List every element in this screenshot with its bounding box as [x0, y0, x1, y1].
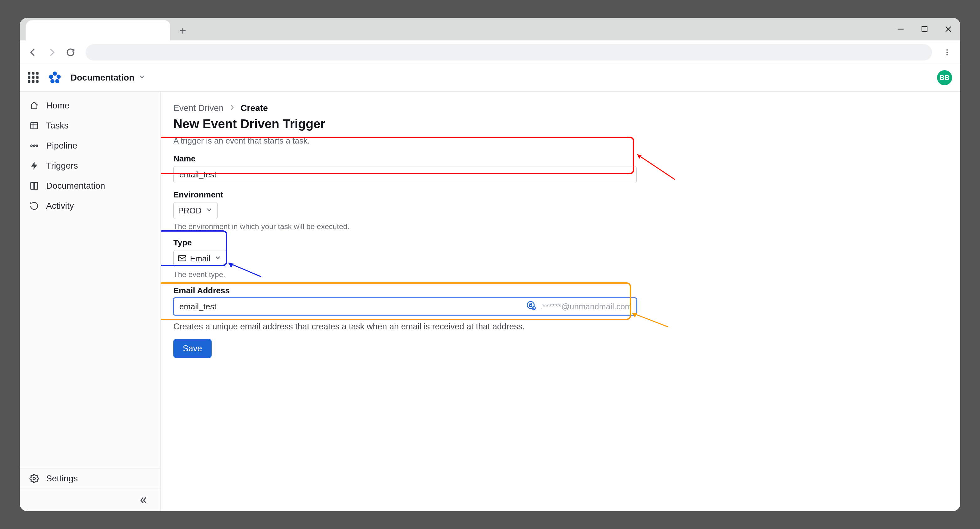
- activity-icon: [29, 201, 39, 211]
- page-subtitle: A trigger is an event that starts a task…: [173, 136, 948, 146]
- sidebar-item-label: Home: [46, 101, 70, 111]
- chevron-down-icon: [138, 73, 146, 83]
- avatar[interactable]: BB: [937, 70, 952, 85]
- type-value: Email: [190, 254, 210, 264]
- arrow-right-icon: [47, 47, 57, 57]
- arrow-left-icon: [28, 47, 38, 57]
- svg-point-9: [57, 75, 61, 79]
- save-button[interactable]: Save: [173, 339, 212, 358]
- email-suffix: .******@unmandmail.com: [527, 301, 632, 313]
- reload-button[interactable]: [64, 45, 78, 59]
- browser-menu-button[interactable]: [940, 45, 954, 59]
- sidebar-item-label: Documentation: [46, 181, 105, 191]
- minimize-icon: [896, 25, 905, 33]
- svg-point-8: [49, 75, 53, 79]
- browser-toolbar: [20, 40, 960, 64]
- triggers-icon: [29, 161, 39, 171]
- sidebar-item-label: Triggers: [46, 161, 78, 171]
- project-picker[interactable]: Documentation: [70, 73, 146, 83]
- svg-point-4: [947, 49, 948, 51]
- maximize-icon: [920, 25, 929, 33]
- window-minimize-button[interactable]: [895, 24, 906, 35]
- book-icon: [29, 181, 39, 191]
- chevron-double-left-icon: [139, 496, 148, 505]
- email-input-wrapper: .******@unmandmail.com: [173, 298, 637, 315]
- name-label: Name: [173, 154, 948, 164]
- lock-badge-icon: [527, 301, 536, 313]
- type-select[interactable]: Email: [173, 250, 226, 267]
- svg-point-7: [52, 71, 57, 76]
- environment-label: Environment: [173, 190, 948, 200]
- close-icon: [944, 25, 953, 33]
- chevron-right-icon: [229, 103, 235, 113]
- sidebar-bottom: Settings: [20, 468, 160, 511]
- new-tab-button[interactable]: ＋: [177, 24, 189, 37]
- svg-rect-24: [530, 305, 532, 307]
- apps-grid-button[interactable]: [28, 72, 39, 83]
- breadcrumb: Event Driven Create: [173, 103, 948, 113]
- environment-select[interactable]: PROD: [173, 202, 218, 219]
- email-domain-suffix: .******@unmandmail.com: [540, 302, 632, 311]
- form-description: Creates a unique email address that crea…: [173, 322, 948, 332]
- page-title: New Event Driven Trigger: [173, 117, 948, 131]
- svg-marker-20: [31, 162, 37, 170]
- svg-point-6: [947, 54, 948, 55]
- kebab-icon: [943, 48, 951, 56]
- svg-rect-12: [31, 122, 38, 129]
- sidebar-item-documentation[interactable]: Documentation: [20, 176, 160, 196]
- main-content: Event Driven Create New Event Driven Tri…: [161, 92, 960, 511]
- breadcrumb-current: Create: [240, 103, 268, 113]
- home-icon: [29, 101, 39, 111]
- form-group-name: Name: [173, 154, 948, 183]
- environment-value: PROD: [178, 206, 202, 216]
- chevron-down-icon: [205, 206, 213, 216]
- sidebar-item-tasks[interactable]: Tasks: [20, 116, 160, 136]
- reload-icon: [65, 47, 76, 57]
- pipeline-icon: [29, 141, 39, 151]
- svg-rect-1: [922, 27, 927, 32]
- browser-tab[interactable]: [26, 21, 170, 40]
- name-input[interactable]: [173, 166, 637, 183]
- sidebar-item-activity[interactable]: Activity: [20, 196, 160, 216]
- sidebar-item-pipeline[interactable]: Pipeline: [20, 136, 160, 156]
- window-close-button[interactable]: [943, 24, 954, 35]
- form-group-type: Type Email The event type.: [173, 238, 948, 279]
- sidebar-item-label: Tasks: [46, 121, 68, 131]
- form-group-environment: Environment PROD The environment in whic…: [173, 190, 948, 231]
- sidebar: Home Tasks Pipeline Triggers Documentati…: [20, 92, 161, 511]
- svg-point-17: [36, 145, 38, 147]
- form-group-email: Email Address .******@unmandmail.com: [173, 286, 948, 315]
- svg-rect-22: [178, 256, 186, 261]
- back-button[interactable]: [26, 45, 40, 59]
- svg-point-11: [55, 79, 59, 83]
- breadcrumb-parent[interactable]: Event Driven: [173, 103, 224, 113]
- sidebar-item-settings[interactable]: Settings: [20, 468, 160, 489]
- plus-icon: ＋: [177, 23, 188, 38]
- address-bar[interactable]: [86, 44, 932, 60]
- app-header: Documentation BB: [20, 64, 960, 92]
- environment-helper: The environment in which your task will …: [173, 222, 948, 231]
- app-logo[interactable]: [48, 71, 62, 84]
- window-maximize-button[interactable]: [919, 24, 930, 35]
- tasks-icon: [29, 121, 39, 131]
- avatar-initials: BB: [940, 74, 950, 82]
- svg-point-16: [33, 145, 35, 147]
- svg-point-10: [51, 79, 54, 83]
- project-name: Documentation: [70, 73, 135, 83]
- svg-point-21: [33, 477, 35, 480]
- window-controls: [895, 18, 954, 40]
- forward-button[interactable]: [45, 45, 59, 59]
- logo-icon: [48, 71, 62, 84]
- svg-point-5: [947, 51, 948, 52]
- sidebar-item-home[interactable]: Home: [20, 95, 160, 116]
- chevron-down-icon: [214, 254, 222, 264]
- svg-point-15: [31, 145, 32, 147]
- browser-window: ＋: [20, 18, 960, 511]
- sidebar-item-triggers[interactable]: Triggers: [20, 156, 160, 176]
- app-body: Home Tasks Pipeline Triggers Documentati…: [20, 92, 960, 511]
- type-helper: The event type.: [173, 270, 948, 279]
- sidebar-list: Home Tasks Pipeline Triggers Documentati…: [20, 92, 160, 216]
- mail-icon: [178, 254, 186, 264]
- sidebar-item-label: Activity: [46, 201, 74, 211]
- sidebar-collapse-button[interactable]: [20, 489, 160, 511]
